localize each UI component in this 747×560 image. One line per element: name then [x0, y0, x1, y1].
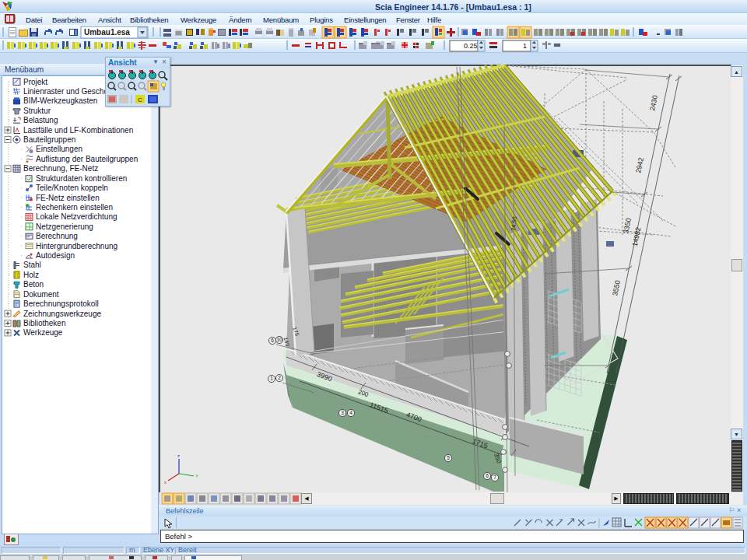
svg-text:Berechnungsprotokoll: Berechnungsprotokoll [23, 299, 99, 308]
svg-text:2: 2 [278, 375, 281, 380]
svg-text:Autodesign: Autodesign [36, 251, 75, 260]
svg-text:Belastung: Belastung [23, 116, 58, 124]
svg-text:6: 6 [271, 338, 274, 343]
svg-text:Werkzeuge: Werkzeuge [23, 328, 63, 337]
svg-text:Dokument: Dokument [23, 290, 59, 299]
svg-text:5: 5 [447, 455, 450, 460]
svg-text:Zeichnungswerkzeuge: Zeichnungswerkzeuge [23, 310, 101, 318]
svg-text:Y: Y [195, 474, 198, 478]
svg-text:Bauteilgruppen: Bauteilgruppen [23, 135, 75, 144]
svg-text:Beton: Beton [23, 280, 44, 289]
svg-text:14982: 14982 [631, 226, 643, 247]
svg-text:C: C [138, 96, 142, 103]
svg-text:6: 6 [486, 473, 489, 478]
svg-text:BIM-Werkzeugkasten: BIM-Werkzeugkasten [23, 96, 97, 105]
svg-text:Holz: Holz [23, 271, 39, 279]
svg-text:2942: 2942 [634, 157, 645, 174]
svg-text:0.25: 0.25 [464, 42, 478, 50]
svg-text:z: z [177, 453, 180, 458]
svg-text:Rechenkern einstellen: Rechenkern einstellen [36, 203, 113, 212]
svg-text:1: 1 [270, 376, 273, 381]
svg-text:Projekt: Projekt [23, 78, 47, 86]
svg-text:FE-Netz einstellen: FE-Netz einstellen [36, 194, 100, 202]
svg-text:Berechnung, FE-Netz: Berechnung, FE-Netz [23, 164, 98, 173]
svg-text:Lastfälle und LF-Kombinationen: Lastfälle und LF-Kombinationen [23, 126, 133, 135]
svg-text:Netzgenerierung: Netzgenerierung [36, 222, 93, 231]
svg-text:x: x [164, 480, 167, 485]
svg-text:1: 1 [523, 42, 527, 50]
svg-text:Teile/Knoten koppeln: Teile/Knoten koppeln [36, 184, 108, 192]
svg-text:4: 4 [349, 410, 352, 415]
svg-text:Stahl: Stahl [23, 261, 41, 269]
svg-text:2430: 2430 [648, 95, 659, 112]
svg-text:3550: 3550 [611, 280, 622, 297]
svg-text:Lokale Netzverdichtung: Lokale Netzverdichtung [36, 212, 117, 221]
svg-text:Umbau1.esa: Umbau1.esa [84, 28, 130, 37]
svg-text:Strukturdaten kontrollieren: Strukturdaten kontrollieren [36, 174, 127, 183]
svg-text:Bibliotheken: Bibliotheken [23, 319, 65, 327]
svg-text:Auflistung der Bauteilgruppen: Auflistung der Bauteilgruppen [36, 155, 138, 163]
svg-text:10: 10 [276, 337, 282, 342]
svg-text:74,50: 74,50 [510, 216, 518, 231]
svg-text:Hintergrundberechnung: Hintergrundberechnung [36, 242, 117, 250]
svg-text:Berechnung: Berechnung [36, 232, 78, 240]
svg-text:7: 7 [493, 474, 496, 480]
svg-text:Einstellungen: Einstellungen [36, 145, 82, 153]
svg-text:3: 3 [341, 410, 344, 415]
svg-text:Struktur: Struktur [23, 107, 51, 115]
